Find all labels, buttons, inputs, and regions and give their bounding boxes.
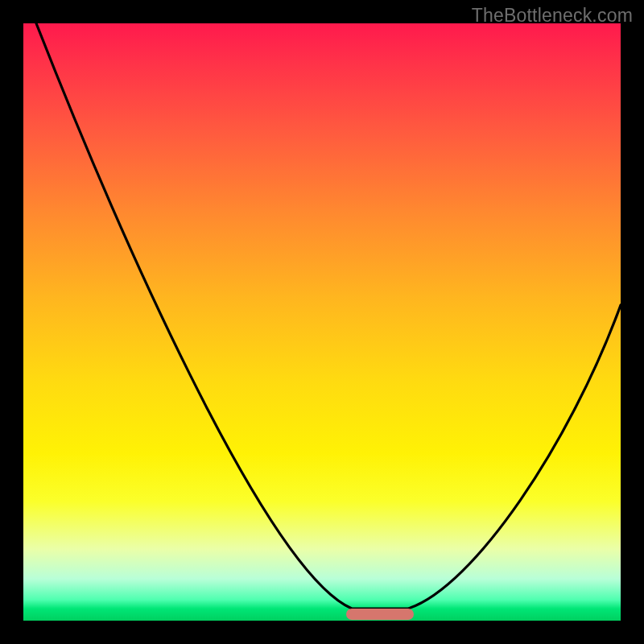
watermark-text: TheBottleneck.com [472, 5, 633, 27]
curve-svg [23, 23, 621, 621]
plot-area [23, 23, 621, 621]
chart-stage: TheBottleneck.com [0, 0, 644, 644]
trough-marker [346, 609, 414, 620]
bottleneck-curve [36, 23, 621, 609]
